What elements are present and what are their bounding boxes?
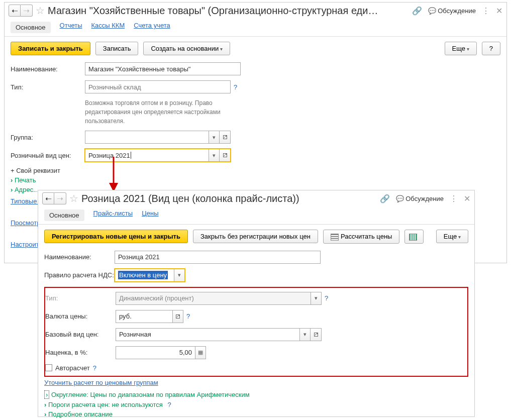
- type-help-text: Возможна торговля оптом и в розницу. Пра…: [85, 98, 226, 126]
- vat-label: Правило расчета НДС:: [44, 271, 115, 279]
- currency-label: Валюта цены:: [45, 312, 116, 320]
- forward-button-2[interactable]: 🠒: [54, 192, 66, 204]
- window-title: Магазин "Хозяйственные товары" (Организа…: [48, 5, 379, 17]
- table-icon-button[interactable]: [404, 230, 424, 244]
- tab-accounts[interactable]: Счета учета: [134, 22, 170, 33]
- group-label: Группа:: [11, 134, 85, 141]
- base-open-icon[interactable]: [311, 328, 322, 341]
- tabs-2: Основное Прайс-листы Цены: [38, 206, 474, 225]
- thresholds-expander[interactable]: Пороги расчета цен: не используются ?: [44, 401, 468, 408]
- type-input[interactable]: Розничный склад: [85, 80, 231, 93]
- rounding-expander[interactable]: › Округление: Цены по диапазонам по прав…: [44, 390, 468, 399]
- toolbar-2: Регистрировать новые цены и закрыть Закр…: [38, 225, 474, 249]
- vat-dropdown-icon[interactable]: ▾: [174, 269, 185, 282]
- own-prop-link[interactable]: Свой реквизит: [11, 167, 494, 174]
- type-help-icon[interactable]: ?: [234, 83, 237, 91]
- close-noreg-button[interactable]: Закрыть без регистрации новых цен: [193, 230, 318, 243]
- calc-prices-button[interactable]: Рассчитать цены: [323, 230, 400, 244]
- markup-input[interactable]: 5,00: [116, 346, 195, 359]
- create-based-button[interactable]: Создать на основании: [143, 42, 230, 55]
- base-dropdown-icon[interactable]: ▾: [299, 328, 311, 341]
- name-label: Наименование:: [11, 65, 85, 73]
- link-icon[interactable]: 🔗: [412, 6, 422, 16]
- retail-open-icon[interactable]: [220, 149, 231, 162]
- price-type-input: Динамический (процент): [116, 292, 311, 305]
- more-menu-icon-2[interactable]: ⋮: [450, 194, 458, 203]
- table-icon: [409, 234, 417, 241]
- tab-main-2[interactable]: Основное: [44, 209, 84, 221]
- type-label: Тип:: [11, 83, 85, 91]
- more-button-2[interactable]: Еще: [436, 230, 468, 243]
- close-icon-2[interactable]: ✕: [464, 194, 470, 203]
- currency-open-icon[interactable]: [172, 310, 183, 323]
- print-expander[interactable]: Печать: [11, 176, 500, 184]
- currency-input[interactable]: руб.: [116, 310, 172, 323]
- tab-main[interactable]: Основное: [11, 22, 51, 33]
- discuss-button[interactable]: 💬 Обсуждение: [428, 7, 476, 15]
- tab-pricelists[interactable]: Прайс-листы: [93, 209, 133, 221]
- save-close-button[interactable]: Записать и закрыть: [11, 42, 90, 55]
- save-button[interactable]: Записать: [95, 42, 139, 55]
- name-input[interactable]: Магазин "Хозяйственные товары": [85, 62, 241, 75]
- vat-input[interactable]: Включен в цену: [115, 269, 174, 282]
- retail-dropdown-icon[interactable]: ▾: [209, 149, 220, 162]
- tab-kkm[interactable]: Кассы ККМ: [91, 22, 125, 33]
- autocalc-help-icon[interactable]: ?: [93, 364, 96, 372]
- currency-help-icon[interactable]: ?: [186, 312, 190, 320]
- more-button[interactable]: Еще: [445, 42, 477, 55]
- group-open-icon[interactable]: [220, 131, 231, 144]
- more-menu-icon[interactable]: ⋮: [482, 6, 490, 16]
- tab-reports[interactable]: Отчеты: [60, 22, 82, 33]
- group-input[interactable]: [85, 131, 209, 144]
- price-type-window: 🠐 🠒 ☆ Розница 2021 (Вид цен (колонка пра…: [38, 190, 475, 417]
- autocalc-checkbox[interactable]: [45, 364, 52, 371]
- refine-link[interactable]: Уточнить расчет по ценовым группам: [44, 379, 158, 386]
- type-help-icon-2[interactable]: ?: [325, 294, 328, 302]
- favorite-icon-2[interactable]: ☆: [69, 192, 78, 204]
- price-type-label: Тип:: [45, 294, 116, 302]
- name-label-2: Наименование:: [44, 253, 115, 261]
- group-dropdown-icon[interactable]: ▾: [209, 131, 220, 144]
- calculator-icon: [331, 234, 339, 241]
- thresholds-help-icon[interactable]: ?: [167, 401, 171, 408]
- toolbar: Записать и закрыть Записать Создать на о…: [5, 37, 506, 60]
- window-title-2: Розница 2021 (Вид цен (колонка прайс-лис…: [81, 193, 299, 204]
- base-label: Базовый вид цен:: [45, 331, 116, 338]
- back-button-2[interactable]: 🠐: [42, 192, 54, 204]
- discuss-button-2[interactable]: 💬 Обсуждение: [396, 195, 444, 202]
- name-input-2[interactable]: Розница 2021: [115, 251, 321, 264]
- back-button[interactable]: 🠐: [9, 5, 21, 17]
- markup-calc-icon[interactable]: ▦: [195, 346, 206, 359]
- titlebar: 🠐 🠒 ☆ Магазин "Хозяйственные товары" (Ор…: [5, 3, 506, 19]
- close-icon[interactable]: ✕: [496, 6, 502, 16]
- detail-expander[interactable]: Подробное описание: [44, 410, 468, 418]
- retail-price-label: Розничный вид цен:: [11, 152, 85, 159]
- link-icon-2[interactable]: 🔗: [380, 194, 390, 203]
- register-close-button[interactable]: Регистрировать новые цены и закрыть: [44, 230, 188, 243]
- titlebar-2: 🠐 🠒 ☆ Розница 2021 (Вид цен (колонка пра…: [38, 190, 474, 206]
- highlighted-settings-box: Тип: Динамический (процент) ▾ ? Валюта ц…: [44, 287, 468, 377]
- retail-price-input[interactable]: Розница 2021: [85, 149, 209, 162]
- help-button[interactable]: ?: [482, 42, 500, 55]
- price-type-dropdown-icon[interactable]: ▾: [311, 292, 322, 305]
- tabs: Основное Отчеты Кассы ККМ Счета учета: [5, 19, 506, 37]
- tab-prices[interactable]: Цены: [142, 209, 158, 221]
- base-input[interactable]: Розничная: [116, 328, 299, 341]
- markup-label: Наценка, в %:: [45, 349, 116, 356]
- favorite-icon[interactable]: ☆: [36, 5, 45, 17]
- autocalc-label: Авторасчет: [55, 364, 90, 372]
- forward-button[interactable]: 🠒: [21, 5, 33, 17]
